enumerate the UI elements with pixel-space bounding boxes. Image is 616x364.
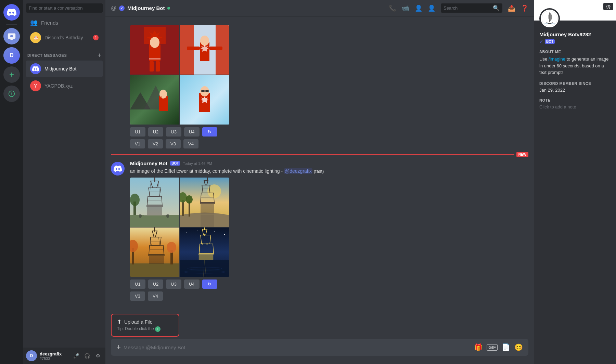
eiffel-v3-button[interactable]: V3 — [130, 291, 145, 301]
midjourney-bot-message-avatar — [111, 162, 125, 176]
canada-v2-button[interactable]: V2 — [148, 139, 163, 148]
canada-image-grid — [130, 25, 229, 125]
bot-badge: BOT — [170, 161, 180, 166]
note-section-title: NOTE — [539, 98, 611, 102]
chat-attach-button[interactable]: + — [116, 339, 121, 356]
discord-birthday-label: Discord's Birthday — [44, 35, 83, 40]
prompt-text: an image of the Eiffel tower at midday, … — [130, 168, 280, 174]
verified-checkmark: ✓ — [539, 39, 543, 44]
svg-point-81 — [187, 232, 187, 233]
online-status-indicator — [167, 7, 170, 10]
right-panel-bot-badge: BOT — [545, 39, 555, 44]
svg-point-97 — [206, 243, 208, 245]
canada-u2-button[interactable]: U2 — [148, 127, 164, 136]
eiffel-u2-button[interactable]: U2 — [148, 280, 164, 289]
canada-refresh-button[interactable]: ↻ — [202, 127, 217, 136]
svg-point-96 — [202, 243, 203, 245]
discord-logo[interactable] — [3, 4, 20, 21]
upload-icon: ⬆ — [117, 318, 121, 325]
eiffel-refresh-button[interactable]: ↻ — [202, 280, 217, 289]
canada-image-3[interactable] — [130, 75, 179, 125]
user-profile-button[interactable]: 👤 — [428, 4, 435, 12]
svg-point-6 — [150, 37, 159, 48]
sidebar-search-area — [23, 0, 105, 16]
svg-rect-30 — [130, 215, 179, 227]
svg-rect-22 — [159, 96, 162, 107]
emoji-icon[interactable]: 😊 — [514, 343, 523, 351]
eiffel-u1-button[interactable]: U1 — [130, 280, 145, 289]
eiffel-image-1[interactable] — [130, 178, 179, 227]
canada-image-2[interactable] — [180, 25, 229, 75]
message-input[interactable] — [124, 340, 471, 354]
chat-input-area: ⬆ Upload a File Tip: Double click the + … — [105, 339, 534, 364]
message-time: Today at 1:46 PM — [183, 161, 212, 166]
video-button[interactable]: 📹 — [402, 4, 409, 12]
upload-file-popup: ⬆ Upload a File Tip: Double click the + — [111, 314, 179, 337]
eiffel-v-buttons: V3 V4 — [130, 291, 528, 301]
right-panel-name-row: Midjourney Bot#9282 — [539, 31, 611, 37]
call-button[interactable]: 📞 — [389, 4, 396, 12]
explore-button[interactable] — [3, 86, 20, 102]
find-conversation-input[interactable] — [26, 3, 103, 13]
canada-v1-button[interactable]: V1 — [130, 139, 145, 148]
right-panel-note-section: NOTE Click to add a note — [539, 98, 611, 109]
imagine-link[interactable]: /imagine — [549, 56, 565, 62]
eiffel-v4-button[interactable]: V4 — [148, 291, 163, 301]
eiffel-u4-button[interactable]: U4 — [184, 280, 200, 289]
right-panel-avatar-inner — [541, 10, 559, 27]
add-server-button[interactable]: + — [3, 66, 20, 83]
user-avatar-letter: D — [30, 353, 33, 358]
help-button[interactable]: ❓ — [521, 4, 528, 12]
svg-rect-73 — [148, 254, 165, 256]
right-panel-about-me: ABOUT ME Use /imagine to generate an ima… — [539, 50, 611, 76]
inbox-button[interactable]: 📥 — [508, 4, 515, 12]
svg-point-45 — [139, 214, 142, 218]
svg-point-0 — [10, 35, 13, 37]
eiffel-u3-button[interactable]: U3 — [166, 280, 181, 289]
eiffel-image-3[interactable] — [130, 228, 179, 277]
note-click-area[interactable]: Click to add a note — [539, 104, 611, 109]
search-input[interactable] — [444, 5, 491, 11]
canada-v3-button[interactable]: V3 — [166, 139, 181, 148]
svg-rect-74 — [149, 256, 164, 264]
sticker-icon[interactable]: 📄 — [502, 343, 510, 351]
footer-username: deezgrafix — [40, 351, 68, 356]
server-icon-user[interactable]: D — [3, 47, 20, 64]
chat-input-box: + 🎁 GIF 📄 😊 — [111, 339, 528, 356]
about-me-text: Use /imagine to generate an image in und… — [539, 56, 611, 76]
sidebar-item-yagpdb[interactable]: Y YAGPDB.xyz — [26, 78, 103, 94]
svg-point-84 — [224, 234, 225, 235]
upload-popup-tip: Tip: Double click the + — [117, 326, 173, 332]
eiffel-image-4[interactable] — [180, 228, 229, 277]
code-icon-button[interactable]: {/} — [603, 3, 613, 10]
footer-discriminator: #7533 — [40, 356, 68, 361]
member-since-date: Jan 29, 2022 — [539, 88, 611, 93]
canada-v4-button[interactable]: V4 — [183, 139, 198, 148]
sidebar-item-friends[interactable]: 👥 Friends — [26, 16, 103, 29]
sidebar-item-discord-birthday[interactable]: 🎂 Discord's Birthday 1 — [26, 29, 103, 46]
add-dm-button[interactable]: + — [98, 52, 101, 59]
canada-u3-button[interactable]: U3 — [166, 127, 181, 136]
svg-rect-94 — [198, 254, 214, 260]
canada-u1-button[interactable]: U1 — [130, 127, 145, 136]
eiffel-image-2[interactable] — [180, 178, 229, 227]
canada-u4-button[interactable]: U4 — [184, 127, 200, 136]
discord-birthday-badge: 1 — [93, 35, 99, 40]
canada-image-4[interactable] — [180, 75, 229, 125]
deafen-button[interactable]: 🎧 — [82, 351, 92, 361]
svg-rect-9 — [156, 61, 160, 72]
svg-rect-56 — [200, 202, 215, 204]
upload-popup-title[interactable]: Upload a File — [124, 319, 153, 325]
about-me-title: ABOUT ME — [539, 50, 611, 54]
gift-icon[interactable]: 🎁 — [474, 343, 483, 351]
canada-image-1[interactable] — [130, 25, 179, 75]
svg-rect-26 — [201, 90, 205, 92]
svg-rect-37 — [147, 207, 162, 215]
add-friend-button[interactable]: 👤 — [415, 4, 422, 12]
gif-icon[interactable]: GIF — [487, 344, 498, 351]
mute-button[interactable]: 🎤 — [71, 351, 81, 361]
server-icon-1[interactable] — [3, 28, 20, 44]
tip-text: Tip: Double click the — [117, 326, 154, 331]
sidebar-item-midjourney-bot[interactable]: Midjourney Bot — [26, 61, 103, 77]
settings-button[interactable]: ⚙ — [93, 351, 103, 361]
